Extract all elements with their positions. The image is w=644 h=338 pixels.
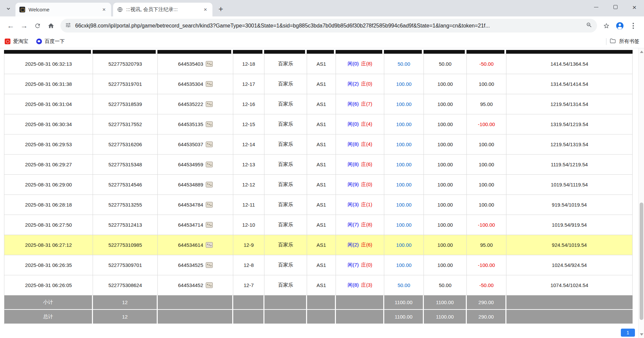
header-cell: [506, 50, 633, 54]
cell-game-type: 百家乐: [264, 255, 307, 275]
forward-button[interactable]: →: [17, 19, 31, 33]
url-bar[interactable]: 66cxkj98.com/ipl/portal.php/game/betreco…: [60, 19, 597, 33]
table-row[interactable]: 2025-08-31 06:26:05522775308624644534452…: [4, 275, 633, 295]
all-bookmarks[interactable]: 所有书签: [606, 38, 639, 45]
scrollbar-thumb[interactable]: [640, 203, 643, 320]
table-row[interactable]: 2025-08-31 06:26:35522775309701644534525…: [4, 255, 633, 275]
new-tab-button[interactable]: +: [216, 4, 226, 14]
tab-welcome[interactable]: Welcome ×: [15, 3, 111, 16]
bookmark-baidu[interactable]: 百度一下: [36, 38, 65, 45]
dice-icon[interactable]: [206, 101, 213, 107]
bet-table-body: 2025-08-31 06:32:13522775320793644535403…: [4, 54, 633, 295]
refresh-button[interactable]: [31, 19, 44, 33]
cell-bet-amount: 100.00: [384, 255, 424, 275]
cell-win-loss: 100.00: [467, 155, 506, 175]
banker-bet: 庄(4): [361, 121, 372, 127]
menu-icon[interactable]: [627, 19, 640, 33]
scrollbar[interactable]: [638, 48, 644, 338]
dice-icon[interactable]: [206, 61, 213, 67]
cell-round: 12-15: [233, 114, 264, 134]
banker-bet: 庄(6): [361, 161, 372, 168]
game-no-text: 644534452: [178, 282, 203, 288]
cell-valid-amount: 100.00: [424, 155, 467, 175]
bookmarks-bar: 爱淘宝 百度一下 所有书签: [0, 35, 644, 48]
tab-close-icon[interactable]: ×: [202, 6, 209, 13]
header-cell: [384, 50, 424, 54]
dice-icon[interactable]: [206, 182, 213, 187]
game-no-text: 644534784: [178, 202, 203, 208]
cell-bet-content: 闲(8)庄(4): [336, 134, 384, 155]
header-cell: [157, 50, 233, 54]
dice-icon[interactable]: [206, 121, 213, 127]
dice-icon[interactable]: [206, 222, 213, 228]
subtotal-row: 小计 12 1100.00 1100.00 290.00: [4, 295, 633, 310]
subtotal-win-loss: 290.00: [467, 295, 506, 310]
bookmark-star-icon[interactable]: [600, 19, 613, 33]
dice-icon[interactable]: [206, 162, 213, 167]
footer-empty-cell: [233, 295, 264, 310]
cell-round: 12-8: [233, 255, 264, 275]
dice-dots: [209, 265, 210, 266]
tab-betrecord[interactable]: :::视讯, 会员下注纪录::: ×: [113, 3, 212, 16]
table-row[interactable]: 2025-08-31 06:29:27522775315348644534959…: [4, 155, 633, 175]
player-bet: 闲(0): [348, 61, 359, 67]
cell-win-loss: 100.00: [467, 134, 506, 155]
cell-table-name: AS1: [307, 195, 336, 215]
table-row[interactable]: 2025-08-31 06:31:38522775319701644535304…: [4, 74, 633, 94]
cell-time: 2025-08-31 06:32:13: [4, 54, 93, 74]
dice-icon[interactable]: [206, 242, 213, 248]
dice-icon[interactable]: [206, 282, 213, 288]
dice-icon[interactable]: [206, 262, 213, 268]
cell-order-no: 522775313255: [93, 195, 158, 215]
cell-balance: 924.54/1019.54: [506, 235, 633, 255]
site-settings-icon[interactable]: [65, 22, 71, 30]
home-button[interactable]: [44, 19, 58, 33]
zoom-icon[interactable]: [586, 22, 592, 30]
cell-win-loss: -50.00: [467, 275, 506, 295]
table-row[interactable]: 2025-08-31 06:28:18522775313255644534784…: [4, 195, 633, 215]
cell-valid-amount: 50.00: [424, 54, 467, 74]
banker-bet: 庄(8): [361, 61, 372, 67]
tab-close-icon[interactable]: ×: [100, 6, 108, 13]
cell-game-no: 644534525: [158, 255, 233, 275]
dice-icon[interactable]: [206, 142, 213, 147]
total-count: 12: [93, 310, 158, 324]
profile-avatar[interactable]: [613, 19, 627, 33]
cell-round: 12-17: [233, 74, 264, 94]
tab-search-chevron-icon[interactable]: [3, 4, 13, 14]
player-bet: 闲(8): [348, 282, 359, 288]
header-cell: [424, 50, 466, 54]
table-row[interactable]: 2025-08-31 06:31:04522775318539644535222…: [4, 94, 633, 114]
subtotal-valid-amount: 1100.00: [424, 295, 467, 310]
url-text[interactable]: 66cxkj98.com/ipl/portal.php/game/betreco…: [75, 23, 582, 29]
table-row[interactable]: 2025-08-31 06:29:00522775314546644534889…: [4, 175, 633, 195]
table-row[interactable]: 2025-08-31 06:27:12522775310985644534614…: [4, 235, 633, 255]
cell-order-no: 522775316206: [93, 134, 158, 155]
back-button[interactable]: ←: [4, 19, 17, 33]
cell-balance: 1119.54/1219.54: [506, 155, 633, 175]
cell-order-no: 522775315348: [93, 155, 158, 175]
game-no-text: 644535222: [178, 101, 203, 107]
close-button[interactable]: ×: [625, 0, 644, 14]
scroll-down-arrow[interactable]: [640, 333, 643, 336]
dice-icon[interactable]: [206, 81, 213, 87]
cell-order-no: 522775318539: [93, 94, 158, 114]
cell-bet-content: 闲(8)庄(6): [336, 155, 384, 175]
scroll-up-arrow[interactable]: [640, 51, 643, 53]
cell-table-name: AS1: [307, 74, 336, 94]
table-row[interactable]: 2025-08-31 06:32:13522775320793644535403…: [4, 54, 633, 74]
pagination-page-button[interactable]: 1: [621, 329, 635, 337]
cell-valid-amount: 100.00: [424, 94, 467, 114]
three-dots-icon: [633, 23, 634, 29]
cell-table-name: AS1: [307, 94, 336, 114]
dice-icon[interactable]: [206, 202, 213, 208]
table-row[interactable]: 2025-08-31 06:27:50522775312413644534714…: [4, 215, 633, 235]
window-controls: ×: [587, 0, 644, 14]
maximize-button[interactable]: [606, 0, 625, 14]
footer-empty-cell: [233, 310, 264, 324]
cell-time: 2025-08-31 06:30:34: [4, 114, 93, 134]
table-row[interactable]: 2025-08-31 06:29:53522775316206644535037…: [4, 134, 633, 155]
table-row[interactable]: 2025-08-31 06:30:34522775317552644535135…: [4, 114, 633, 134]
minimize-button[interactable]: [587, 0, 606, 14]
bookmark-aitaobao[interactable]: 爱淘宝: [5, 38, 28, 45]
